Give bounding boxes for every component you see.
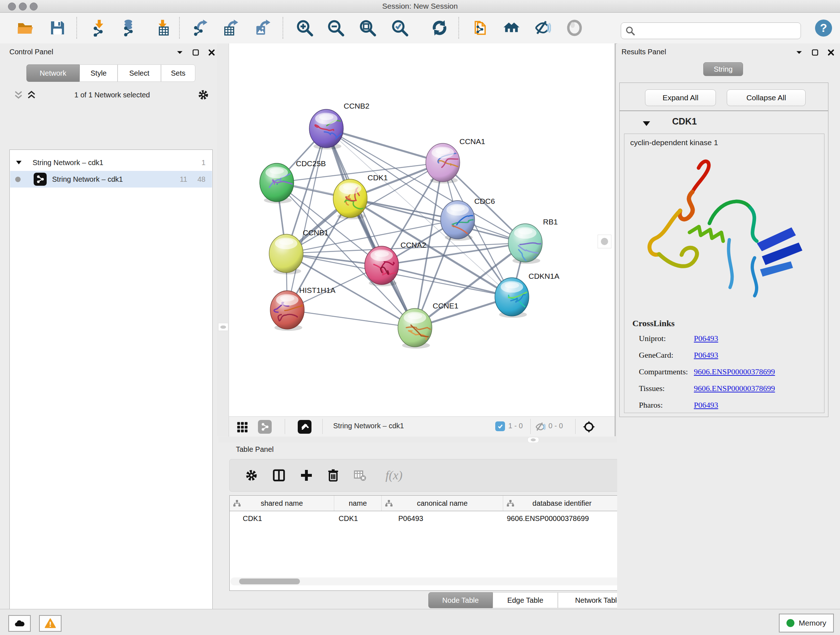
scrollbar-thumb[interactable] xyxy=(239,578,300,584)
import-network-file-button[interactable] xyxy=(89,18,108,38)
control-panel-header-icons xyxy=(176,49,216,57)
clone-network-button[interactable] xyxy=(470,18,489,38)
node-label-CDK1: CDK1 xyxy=(368,173,388,182)
network-canvas[interactable]: CCNB2CCNA1CDC25BCDK1CDC6RB1CCNB1CCNA2CDK… xyxy=(229,43,615,416)
crosslink-value[interactable]: 9606.ENSP00000378699 xyxy=(694,384,775,393)
panel-float-icon[interactable] xyxy=(811,49,819,57)
collection-label: String Network – cdk1 xyxy=(33,158,103,167)
crosslink-value[interactable]: P06493 xyxy=(694,350,718,360)
birdseye-target-icon[interactable] xyxy=(583,420,595,433)
edge-CDK1-RB1[interactable] xyxy=(350,198,525,243)
panel-float-icon[interactable] xyxy=(192,49,200,57)
panel-menu-icon[interactable] xyxy=(795,49,803,57)
import-table-button[interactable] xyxy=(153,18,172,38)
node-CCNB2[interactable] xyxy=(309,109,350,149)
crosslink-value[interactable]: P06493 xyxy=(694,401,718,410)
panel-menu-icon[interactable] xyxy=(176,49,184,57)
export-network-button[interactable] xyxy=(190,18,209,38)
crosslink-value[interactable]: 9606.ENSP00000378699 xyxy=(694,367,775,377)
node-RB1[interactable] xyxy=(508,224,562,264)
hide-selected-button[interactable] xyxy=(533,18,552,38)
selected-checkbox[interactable] xyxy=(495,421,505,431)
cloud-status-button[interactable] xyxy=(8,615,31,632)
panel-close-icon[interactable] xyxy=(827,49,835,57)
export-image-button[interactable] xyxy=(253,18,272,38)
panel-close-icon[interactable] xyxy=(208,49,216,57)
node-CCNA1[interactable] xyxy=(426,143,474,184)
tab-edge-table[interactable]: Edge Table xyxy=(493,592,558,608)
expand-all-icon[interactable] xyxy=(26,90,37,101)
node-CDC25B[interactable] xyxy=(260,163,298,203)
edge-HIST1H1A-CCNE1[interactable] xyxy=(287,310,415,328)
network-collection-row[interactable]: String Network – cdk1 1 xyxy=(10,154,212,171)
crosslink-value[interactable]: P06493 xyxy=(694,334,718,343)
left-splitter-handle[interactable] xyxy=(218,323,228,331)
show-all-networks-button[interactable] xyxy=(502,18,521,38)
right-splitter[interactable] xyxy=(615,43,616,436)
table-cell[interactable]: 9606.ENSP00000378699 xyxy=(503,511,625,526)
create-column-button[interactable] xyxy=(298,467,315,484)
edge-CCNB2-CCNA1[interactable] xyxy=(326,128,443,163)
help-button[interactable]: ? xyxy=(815,19,832,36)
collapse-all-button[interactable]: Collapse All xyxy=(727,89,806,106)
column-header-database-identifier[interactable]: database identifier xyxy=(503,496,621,511)
column-header-shared-name[interactable]: shared name xyxy=(230,496,334,511)
table-cell[interactable]: P06493 xyxy=(382,511,520,526)
column-header-canonical-name[interactable]: canonical name xyxy=(382,496,503,511)
edge-CCNB2-CCNE1[interactable] xyxy=(326,128,415,328)
open-in-window-button[interactable] xyxy=(298,420,311,434)
network-graph[interactable]: CCNB2CCNA1CDC25BCDK1CDC6RB1CCNB1CCNA2CDK… xyxy=(229,43,615,416)
node-CCNB1[interactable] xyxy=(269,234,303,274)
toolbar-separator xyxy=(458,17,459,39)
edge-CCNB2-HIST1H1A[interactable] xyxy=(287,128,326,310)
import-network-database-button[interactable] xyxy=(119,18,138,38)
warning-icon xyxy=(44,618,56,629)
save-session-button[interactable] xyxy=(48,18,67,38)
warnings-button[interactable] xyxy=(39,615,62,632)
network-edges xyxy=(277,128,525,328)
apply-layout-button[interactable] xyxy=(430,18,449,38)
entry-expander-icon[interactable] xyxy=(642,120,651,127)
export-network-icon xyxy=(191,19,208,36)
zoom-out-button[interactable] xyxy=(326,18,345,38)
show-hidden-button[interactable] xyxy=(565,18,584,38)
table-settings-button[interactable] xyxy=(243,467,260,484)
collapse-all-icon[interactable] xyxy=(13,90,24,101)
protein-structure-image[interactable] xyxy=(635,153,813,312)
show-columns-button[interactable] xyxy=(270,467,287,484)
bottom-splitter-handle[interactable] xyxy=(527,437,539,443)
search-icon xyxy=(625,26,635,35)
zoom-in-button[interactable] xyxy=(295,18,314,38)
table-cell[interactable]: CDK1 xyxy=(230,511,347,526)
grid-view-icon[interactable] xyxy=(236,421,248,433)
delete-column-button[interactable] xyxy=(325,467,342,484)
network-view-title: String Network – cdk1 xyxy=(333,422,404,430)
search-input[interactable] xyxy=(638,24,801,38)
table-cell[interactable]: CDK1 xyxy=(334,511,386,526)
tab-sets[interactable]: Sets xyxy=(161,65,195,82)
tab-style[interactable]: Style xyxy=(80,65,118,82)
left-splitter[interactable] xyxy=(217,43,229,436)
zoom-fit-button[interactable] xyxy=(358,18,377,38)
node-CCNE1[interactable] xyxy=(398,309,441,348)
memory-button[interactable]: Memory xyxy=(779,614,834,632)
tab-node-table[interactable]: Node Table xyxy=(428,592,493,608)
tab-network[interactable]: Network xyxy=(27,65,80,82)
network-label: String Network – cdk1 xyxy=(52,175,123,184)
network-options-gear-icon[interactable] xyxy=(197,89,209,101)
node-CDKN1A[interactable] xyxy=(495,278,551,318)
toolbar-search[interactable] xyxy=(621,22,801,39)
expand-all-button[interactable]: Expand All xyxy=(645,89,716,106)
toolbar-separator xyxy=(179,17,180,39)
tab-select[interactable]: Select xyxy=(118,65,161,82)
open-session-button[interactable] xyxy=(16,18,35,38)
tree-expander-icon[interactable] xyxy=(15,159,22,166)
right-splitter-handle[interactable] xyxy=(598,234,611,249)
node-CDK1[interactable] xyxy=(333,179,367,219)
column-header-name[interactable]: name xyxy=(334,496,382,511)
node-HIST1H1A[interactable] xyxy=(270,291,314,331)
export-table-button[interactable] xyxy=(221,18,240,38)
zoom-selected-button[interactable] xyxy=(390,18,409,38)
tab-string[interactable]: String xyxy=(703,62,743,76)
network-row-selected[interactable]: String Network – cdk1 11 48 xyxy=(10,171,212,187)
